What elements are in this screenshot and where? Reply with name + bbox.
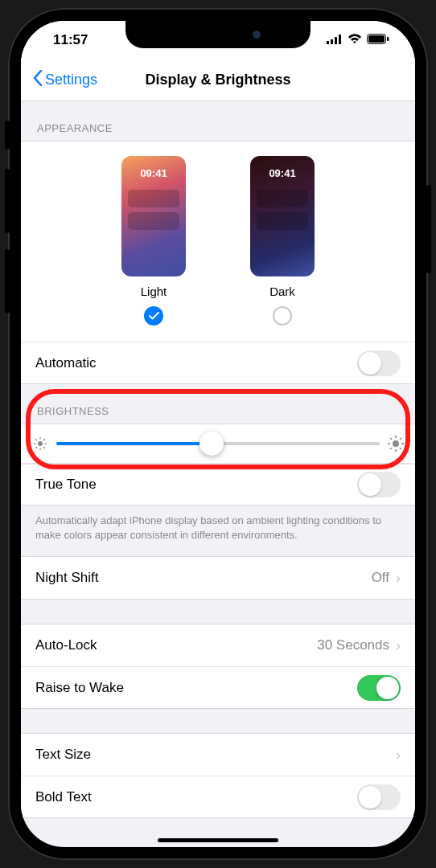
svg-point-7 bbox=[38, 441, 43, 446]
appearance-dark-option[interactable]: 09:41 Dark bbox=[250, 156, 315, 326]
automatic-row[interactable]: Automatic bbox=[21, 342, 415, 383]
svg-rect-5 bbox=[368, 35, 385, 43]
sun-large-icon bbox=[388, 436, 404, 452]
screen: 11:57 Settings Display & B bbox=[21, 21, 415, 847]
svg-rect-1 bbox=[331, 39, 333, 44]
svg-rect-0 bbox=[327, 41, 329, 44]
true-tone-note: Automatically adapt iPhone display based… bbox=[21, 506, 415, 556]
svg-rect-3 bbox=[339, 35, 341, 44]
bold-text-label: Bold Text bbox=[35, 789, 92, 805]
true-tone-toggle[interactable] bbox=[357, 472, 401, 497]
svg-line-15 bbox=[43, 439, 45, 440]
svg-point-16 bbox=[393, 440, 399, 447]
raise-to-wake-toggle[interactable] bbox=[357, 675, 401, 701]
wifi-icon bbox=[348, 32, 362, 48]
status-time: 11:57 bbox=[53, 32, 88, 48]
light-radio[interactable] bbox=[144, 306, 163, 326]
night-shift-value: Off bbox=[372, 570, 389, 586]
chevron-right-icon: › bbox=[396, 570, 401, 587]
true-tone-label: True Tone bbox=[35, 477, 97, 493]
power-button bbox=[426, 185, 431, 273]
true-tone-row[interactable]: True Tone bbox=[21, 464, 415, 506]
text-size-row[interactable]: Text Size › bbox=[21, 734, 415, 776]
dark-label: Dark bbox=[269, 285, 295, 298]
automatic-label: Automatic bbox=[35, 355, 97, 371]
battery-icon bbox=[367, 32, 389, 48]
svg-line-23 bbox=[390, 448, 392, 449]
section-header-appearance: APPEARANCE bbox=[21, 101, 415, 141]
svg-line-14 bbox=[35, 447, 37, 448]
svg-line-12 bbox=[35, 439, 37, 440]
brightness-slider[interactable] bbox=[56, 442, 380, 445]
device-frame: 11:57 Settings Display & B bbox=[8, 8, 428, 860]
automatic-toggle[interactable] bbox=[357, 350, 401, 376]
appearance-light-option[interactable]: 09:41 Light bbox=[121, 156, 186, 326]
volume-up-button bbox=[5, 169, 10, 233]
text-size-label: Text Size bbox=[35, 747, 91, 763]
night-shift-row[interactable]: Night Shift Off › bbox=[21, 557, 415, 599]
auto-lock-value: 30 Seconds bbox=[317, 637, 389, 653]
svg-rect-6 bbox=[387, 37, 389, 41]
back-label: Settings bbox=[45, 72, 97, 88]
svg-line-21 bbox=[390, 438, 392, 440]
dark-preview: 09:41 bbox=[250, 156, 315, 276]
svg-rect-2 bbox=[335, 37, 337, 44]
bold-text-row[interactable]: Bold Text bbox=[21, 776, 415, 817]
bold-text-toggle[interactable] bbox=[357, 784, 401, 810]
notch bbox=[125, 21, 311, 48]
dark-radio[interactable] bbox=[273, 306, 292, 326]
svg-line-22 bbox=[400, 448, 401, 449]
auto-lock-row[interactable]: Auto-Lock 30 Seconds › bbox=[21, 624, 415, 666]
raise-to-wake-row[interactable]: Raise to Wake bbox=[21, 666, 415, 708]
volume-down-button bbox=[5, 249, 10, 313]
auto-lock-label: Auto-Lock bbox=[35, 637, 97, 653]
svg-line-13 bbox=[43, 447, 45, 448]
raise-to-wake-label: Raise to Wake bbox=[35, 680, 124, 696]
silent-switch bbox=[5, 121, 10, 149]
nav-bar: Settings Display & Brightness bbox=[21, 59, 415, 101]
cellular-icon bbox=[327, 32, 343, 48]
light-label: Light bbox=[141, 285, 167, 298]
chevron-left-icon bbox=[32, 70, 43, 90]
chevron-right-icon: › bbox=[396, 747, 401, 764]
svg-line-24 bbox=[400, 438, 401, 440]
home-indicator[interactable] bbox=[158, 838, 278, 842]
chevron-right-icon: › bbox=[396, 637, 401, 654]
sun-small-icon bbox=[32, 436, 48, 452]
back-button[interactable]: Settings bbox=[21, 70, 97, 90]
night-shift-label: Night Shift bbox=[35, 570, 98, 586]
light-preview: 09:41 bbox=[121, 156, 186, 276]
section-header-brightness: BRIGHTNESS bbox=[21, 384, 415, 424]
